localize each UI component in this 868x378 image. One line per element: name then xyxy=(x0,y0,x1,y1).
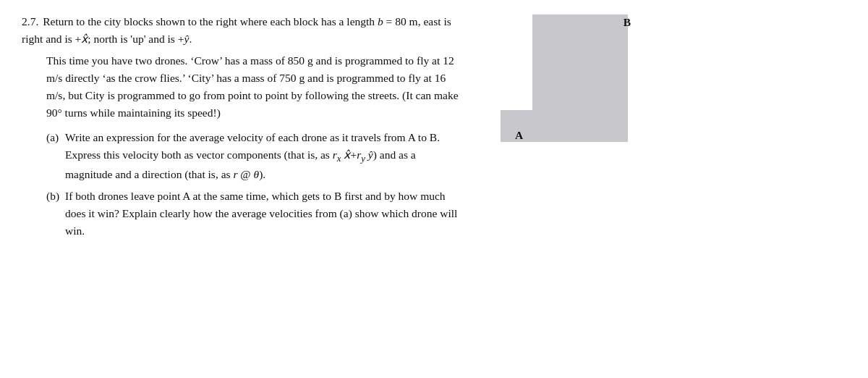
sub-b-label: (b) xyxy=(46,188,65,240)
grid-cell xyxy=(564,14,596,46)
grid-row-2 xyxy=(501,46,628,78)
label-B: B xyxy=(624,16,631,29)
sub-a-label: (a) xyxy=(46,129,65,183)
paragraph1-block: This time you have two drones. ‘Crow’ ha… xyxy=(46,52,463,122)
grid-cell-empty xyxy=(501,78,532,110)
problem-body: 2.7. Return to the city blocks shown to … xyxy=(22,13,463,240)
grid-cell-empty xyxy=(501,46,532,78)
grid-cell xyxy=(564,46,596,78)
sub-a-text: Write an expression for the average velo… xyxy=(65,129,463,183)
page-container: 2.7. Return to the city blocks shown to … xyxy=(22,13,846,244)
grid-table xyxy=(501,14,628,142)
grid-cell xyxy=(596,78,628,110)
problem-number: 2.7. xyxy=(22,13,38,30)
sub-b-text: If both drones leave point A at the same… xyxy=(65,188,463,240)
paragraph1: This time you have two drones. ‘Crow’ ha… xyxy=(46,52,463,122)
grid-cell xyxy=(564,78,596,110)
grid-cell xyxy=(532,14,564,46)
grid-diagram: B A xyxy=(470,14,651,142)
grid-cell xyxy=(596,46,628,78)
problem-intro-para: 2.7. Return to the city blocks shown to … xyxy=(22,13,463,48)
grid-cell xyxy=(532,46,564,78)
right-column: B A xyxy=(470,13,658,142)
sub-item-a: (a) Write an expression for the average … xyxy=(46,129,463,183)
left-column: 2.7. Return to the city blocks shown to … xyxy=(22,13,470,244)
grid-row-3 xyxy=(501,78,628,110)
grid-cell-empty xyxy=(501,14,532,46)
intro-text: Return to the city blocks shown to the r… xyxy=(22,15,451,45)
grid-cell xyxy=(532,110,564,142)
label-A: A xyxy=(515,129,523,142)
grid-cell xyxy=(532,78,564,110)
grid-cell xyxy=(596,110,628,142)
grid-row-1 xyxy=(501,14,628,46)
grid-cell xyxy=(564,110,596,142)
sub-items: (a) Write an expression for the average … xyxy=(46,129,463,240)
grid-container: B A xyxy=(477,14,651,142)
sub-item-b: (b) If both drones leave point A at the … xyxy=(46,188,463,240)
